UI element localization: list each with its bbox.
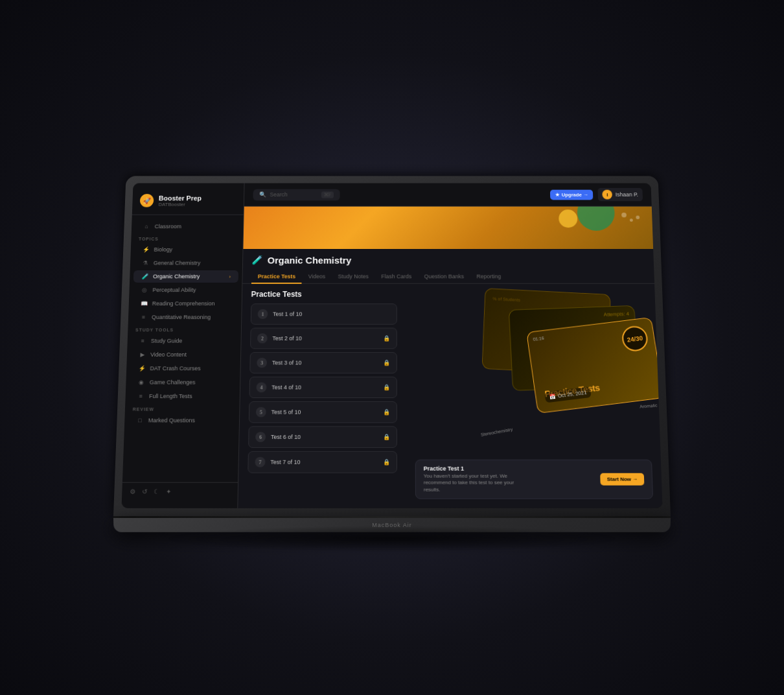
marked-icon: □ xyxy=(136,417,144,423)
sidebar-item-reading[interactable]: 📖 Reading Comprehension xyxy=(132,297,238,309)
lock-icon-6: 🔒 xyxy=(383,434,390,440)
test-num-3: 3 xyxy=(257,357,267,368)
search-box[interactable]: 🔍 Search ⌘F xyxy=(253,189,340,200)
dot-3 xyxy=(636,215,640,219)
test-item-6[interactable]: 6 Test 6 of 10 🔒 xyxy=(248,426,397,448)
lock-icon-5: 🔒 xyxy=(383,408,390,415)
card-main: 24/30 01:16 Practice Tests 📅 Oct 25, 202… xyxy=(526,317,662,414)
gen-chem-icon: ⚗ xyxy=(141,259,149,265)
sidebar-item-marked[interactable]: □ Marked Questions xyxy=(128,414,235,427)
test-label-2: Test 2 of 10 xyxy=(272,335,302,342)
hero-decorations xyxy=(621,212,640,221)
tab-videos[interactable]: Videos xyxy=(302,270,332,283)
page-header: 🧪 Organic Chemistry xyxy=(243,248,654,265)
test-item-5[interactable]: 5 Test 5 of 10 🔒 xyxy=(249,401,397,422)
start-label: Start Now → xyxy=(607,476,638,482)
test-label-4: Test 4 of 10 xyxy=(271,384,301,390)
calendar-icon: 📅 xyxy=(549,393,556,399)
sidebar-item-organic-chemistry[interactable]: 🧪 Organic Chemistry › xyxy=(133,270,238,282)
laptop-outer: 🚀 Booster Prep DATBooster ⌂ Classroom TO… xyxy=(113,163,671,532)
study-tools-label: STUDY TOOLS xyxy=(128,324,241,333)
reading-icon: 📖 xyxy=(140,300,148,307)
right-panel: % of Students Attempts: 4 24/30 xyxy=(406,283,662,508)
test-label-1: Test 1 of 10 xyxy=(273,311,302,317)
sidebar-item-biology[interactable]: ⚡ Biology xyxy=(134,243,239,255)
video-label: Video Content xyxy=(150,351,187,358)
dot-1 xyxy=(621,212,627,217)
brand-icon: 🚀 xyxy=(140,194,154,207)
sidebar-item-video[interactable]: ▶ Video Content xyxy=(131,348,237,360)
refresh-icon[interactable]: ↺ xyxy=(142,488,147,495)
test-item-7[interactable]: 7 Test 7 of 10 🔒 xyxy=(248,451,397,473)
card-time: 01:16 xyxy=(533,335,544,341)
test-info-text: Practice Test 1 You haven't started your… xyxy=(424,465,527,493)
test-item-2[interactable]: 2 Test 2 of 10 🔒 xyxy=(250,327,397,349)
sidebar: 🚀 Booster Prep DATBooster ⌂ Classroom TO… xyxy=(121,183,244,508)
org-chem-label: Organic Chemistry xyxy=(153,273,200,279)
sidebar-item-full-tests[interactable]: ≡ Full Length Tests xyxy=(129,390,236,403)
sidebar-item-crash[interactable]: ⚡ DAT Crash Courses xyxy=(130,362,236,374)
sidebar-item-study-guide[interactable]: ≡ Study Guide xyxy=(131,335,237,347)
star-icon: ★ xyxy=(555,191,560,196)
tab-study-notes[interactable]: Study Notes xyxy=(332,270,375,283)
user-name: Ishaan P. xyxy=(616,191,639,197)
test-num-7: 7 xyxy=(255,456,265,467)
start-now-button[interactable]: Start Now → xyxy=(601,473,645,485)
study-guide-icon: ≡ xyxy=(139,337,146,344)
tab-reporting[interactable]: Reporting xyxy=(470,270,507,283)
tab-question-banks[interactable]: Question Banks xyxy=(418,270,470,283)
upgrade-button[interactable]: ★ Upgrade → xyxy=(550,189,593,200)
user-badge: I Ishaan P. xyxy=(598,187,643,200)
reading-label: Reading Comprehension xyxy=(152,300,215,307)
sidebar-bottom: ⚙ ↺ ☾ ✦ xyxy=(122,482,238,500)
tab-flash-cards[interactable]: Flash Cards xyxy=(375,270,418,283)
topics-section-label: TOPICS xyxy=(131,233,243,242)
moon-icon[interactable]: ☾ xyxy=(154,488,159,495)
page-title: Organic Chemistry xyxy=(268,255,352,265)
quant-icon: ≡ xyxy=(139,314,147,320)
date-value: Oct 25, 2021 xyxy=(557,390,587,399)
test-item-1[interactable]: 1 Test 1 of 10 xyxy=(251,303,397,325)
brand: 🚀 Booster Prep DATBooster xyxy=(132,190,244,215)
upgrade-label: Upgrade → xyxy=(562,191,588,196)
star-icon[interactable]: ✦ xyxy=(166,488,171,495)
video-icon: ▶ xyxy=(138,351,146,358)
test-info-desc: You haven't started your test yet. We re… xyxy=(424,473,527,493)
laptop-wrapper: 🚀 Booster Prep DATBooster ⌂ Classroom TO… xyxy=(100,56,684,639)
full-tests-label: Full Length Tests xyxy=(149,393,192,399)
screen-bezel: 🚀 Booster Prep DATBooster ⌂ Classroom TO… xyxy=(121,183,662,508)
dot-2 xyxy=(630,218,633,222)
sidebar-item-quant[interactable]: ≡ Quantitative Reasoning xyxy=(132,311,238,323)
sidebar-item-games[interactable]: ◉ Game Challenges xyxy=(130,375,236,388)
perceptual-icon: ◎ xyxy=(141,287,148,293)
classroom-icon: ⌂ xyxy=(143,223,150,229)
test-label-7: Test 7 of 10 xyxy=(270,458,300,465)
aromatic-label: Aromatic xyxy=(640,403,658,408)
lock-icon-4: 🔒 xyxy=(383,384,390,390)
tabs-bar: Practice Tests Videos Study Notes Flash … xyxy=(242,265,654,283)
search-icon: 🔍 xyxy=(259,191,266,197)
classroom-label: Classroom xyxy=(155,223,182,229)
test-item-4[interactable]: 4 Test 4 of 10 🔒 xyxy=(249,376,397,397)
avatar: I xyxy=(602,189,612,199)
sidebar-item-classroom[interactable]: ⌂ Classroom xyxy=(135,220,240,233)
tests-panel: Practice Tests 1 Test 1 of 10 2 Test 2 o… xyxy=(238,283,406,508)
sidebar-item-general-chemistry[interactable]: ⚗ General Chemistry xyxy=(134,257,239,269)
stereochemistry-label: Stereochemistry xyxy=(480,427,513,436)
review-label: REVIEW xyxy=(125,403,240,413)
sidebar-item-perceptual[interactable]: ◎ Perceptual Ability xyxy=(133,283,238,296)
test-item-3[interactable]: 3 Test 3 of 10 🔒 xyxy=(249,352,397,373)
biology-label: Biology xyxy=(154,246,172,252)
tests-panel-title: Practice Tests xyxy=(251,290,397,298)
score-value: 24/30 xyxy=(627,334,643,342)
topbar: 🔍 Search ⌘F ★ Upgrade → I xyxy=(244,183,652,206)
settings-icon[interactable]: ⚙ xyxy=(130,488,135,495)
test-num-4: 4 xyxy=(257,382,267,392)
content-area: Practice Tests 1 Test 1 of 10 2 Test 2 o… xyxy=(238,283,662,508)
crash-label: DAT Crash Courses xyxy=(150,365,200,371)
perceptual-label: Perceptual Ability xyxy=(152,287,196,293)
full-tests-icon: ≡ xyxy=(137,393,144,399)
quant-label: Quantitative Reasoning xyxy=(152,314,211,320)
card-score: 24/30 xyxy=(621,324,650,352)
tab-practice-tests[interactable]: Practice Tests xyxy=(251,270,302,283)
